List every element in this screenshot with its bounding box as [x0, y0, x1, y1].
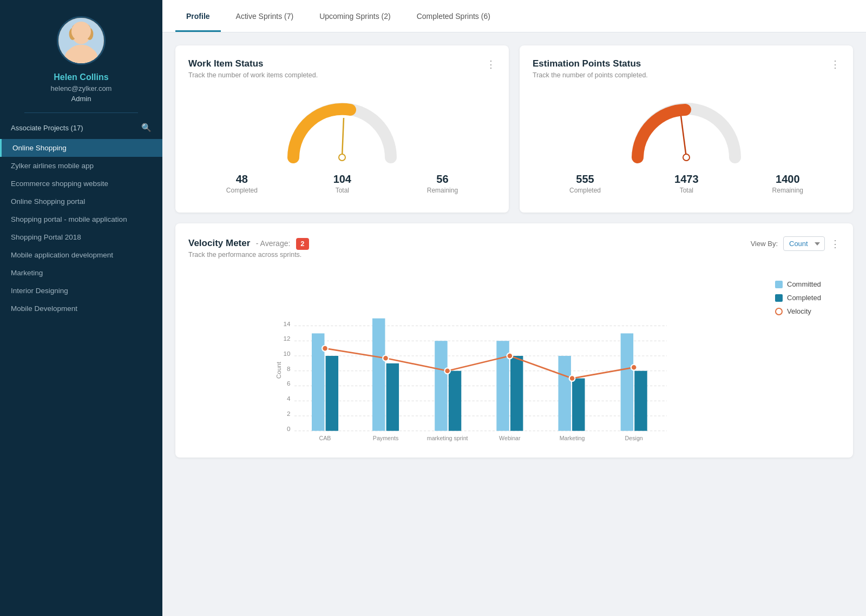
legend-color-1: [775, 294, 783, 302]
legend-label-2: Velocity: [787, 307, 811, 315]
svg-text:8: 8: [287, 365, 291, 372]
main-content: ProfileActive Sprints (7)Upcoming Sprint…: [162, 0, 866, 616]
sidebar-item-6[interactable]: Mobile application development: [0, 246, 162, 264]
tab-0[interactable]: Profile: [175, 0, 221, 32]
sidebar-item-5[interactable]: Shopping Portal 2018: [0, 228, 162, 246]
velocity-menu-icon[interactable]: ⋮: [830, 238, 840, 250]
sidebar-item-0[interactable]: Online Shopping: [0, 139, 162, 157]
velocity-dot-3: [444, 368, 450, 374]
work-item-gauge-svg: [283, 95, 402, 165]
chart-legend: CommittedCompletedVelocity: [775, 269, 840, 445]
legend-item-0: Committed: [775, 280, 840, 288]
project-nav-list: Online ShoppingZylker airlines mobile ap…: [0, 139, 162, 317]
svg-point-4: [69, 28, 76, 40]
sidebar-item-7[interactable]: Marketing: [0, 264, 162, 282]
svg-text:Webinar: Webinar: [499, 435, 521, 441]
bar-cab-completed: [326, 356, 338, 431]
work-item-gauge: 48 Completed 104 Total 56 Remaining: [188, 90, 496, 200]
estimation-title: Estimation Points Status: [533, 58, 840, 69]
estimation-menu-icon[interactable]: ⋮: [830, 58, 840, 70]
legend-label-1: Completed: [787, 294, 821, 302]
sidebar-item-4[interactable]: Shopping portal - mobile application: [0, 210, 162, 228]
tab-3[interactable]: Completed Sprints (6): [406, 0, 501, 32]
bar-mkt-committed: [435, 341, 447, 430]
svg-text:2: 2: [287, 410, 291, 417]
sidebar-item-8[interactable]: Interior Designing: [0, 282, 162, 300]
velocity-avg-label: - Average:: [256, 239, 291, 248]
estimation-gauge-svg: [627, 95, 746, 165]
estimation-total-stat: 1473 Total: [674, 173, 699, 194]
work-item-title: Work Item Status: [188, 58, 496, 69]
bar-marketing-completed: [572, 379, 585, 431]
sidebar-item-1[interactable]: Zylker airlines mobile app: [0, 157, 162, 175]
svg-text:CAB: CAB: [319, 435, 331, 441]
view-by-label: View By:: [751, 240, 778, 248]
search-icon[interactable]: 🔍: [141, 123, 152, 133]
svg-text:marketing sprint: marketing sprint: [427, 435, 468, 441]
work-item-total-stat: 104 Total: [333, 173, 351, 194]
svg-point-5: [86, 28, 93, 40]
estimation-points-card: ⋮ Estimation Points Status Track the num…: [520, 45, 853, 213]
sidebar-item-2[interactable]: Ecommerce shopping website: [0, 175, 162, 193]
bar-webinar-completed: [510, 356, 523, 431]
svg-text:Marketing: Marketing: [560, 435, 585, 441]
user-email: helenc@zylker.com: [51, 84, 112, 92]
svg-text:4: 4: [287, 395, 291, 402]
work-item-stats: 48 Completed 104 Total 56 Remaining: [188, 173, 496, 194]
estimation-gauge: 555 Completed 1473 Total 1400 Remaining: [533, 90, 840, 200]
svg-point-2: [72, 26, 90, 44]
user-name: Helen Collins: [54, 72, 108, 82]
estimation-subtitle: Track the number of points completed.: [533, 71, 840, 79]
status-row: ⋮ Work Item Status Track the number of w…: [175, 45, 853, 213]
avatar: [57, 16, 106, 65]
svg-point-10: [683, 154, 690, 161]
bar-mkt-completed: [449, 371, 461, 431]
svg-text:12: 12: [283, 335, 290, 342]
tab-bar: ProfileActive Sprints (7)Upcoming Sprint…: [162, 0, 866, 32]
user-role: Admin: [71, 95, 91, 103]
svg-point-0: [58, 18, 104, 63]
work-item-remaining-stat: 56 Remaining: [427, 173, 458, 194]
velocity-avg-value: 2: [296, 238, 309, 250]
svg-text:Payments: Payments: [373, 435, 398, 441]
velocity-dot-2: [383, 355, 389, 361]
velocity-title-block: Velocity Meter - Average: 2: [188, 238, 309, 250]
tab-2[interactable]: Upcoming Sprints (2): [309, 0, 402, 32]
bar-marketing-committed: [558, 356, 570, 431]
projects-title: Associate Projects (17): [11, 124, 83, 132]
work-item-subtitle: Track the number of work items completed…: [188, 71, 496, 79]
estimation-stats: 555 Completed 1473 Total 1400 Remaining: [533, 173, 840, 194]
view-by-select[interactable]: Count Points: [783, 236, 825, 251]
sidebar-item-3[interactable]: Online Shopping portal: [0, 193, 162, 210]
tab-1[interactable]: Active Sprints (7): [225, 0, 305, 32]
work-item-menu-icon[interactable]: ⋮: [486, 58, 496, 70]
legend-item-1: Completed: [775, 294, 840, 302]
estimation-completed-stat: 555 Completed: [569, 173, 601, 194]
legend-color-2: [775, 308, 783, 315]
sidebar-divider: [24, 112, 138, 113]
bar-design-committed: [621, 333, 633, 430]
svg-point-6: [70, 50, 92, 64]
avatar-svg: [58, 16, 104, 65]
projects-header: Associate Projects (17) 🔍: [0, 123, 162, 133]
sidebar-item-9[interactable]: Mobile Development: [0, 300, 162, 317]
svg-line-9: [681, 116, 686, 157]
legend-label-0: Committed: [787, 280, 821, 288]
svg-point-3: [72, 23, 90, 33]
chart-area: 0 2 4 6 8 10 12 14: [188, 269, 840, 445]
velocity-meter-card: Velocity Meter - Average: 2 View By: Cou…: [175, 223, 853, 458]
svg-text:10: 10: [283, 350, 291, 357]
velocity-chart-svg: 0 2 4 6 8 10 12 14: [188, 269, 764, 442]
svg-text:0: 0: [287, 425, 291, 432]
velocity-dot-4: [507, 353, 513, 359]
velocity-dot-5: [569, 375, 575, 381]
velocity-line: [325, 348, 634, 378]
bar-payments-completed: [386, 363, 399, 431]
estimation-remaining-stat: 1400 Remaining: [772, 173, 803, 194]
sidebar: Helen Collins helenc@zylker.com Admin As…: [0, 0, 162, 616]
velocity-subtitle: Track the performance across sprints.: [188, 251, 840, 259]
bar-design-completed: [634, 371, 647, 431]
content-area: ⋮ Work Item Status Track the number of w…: [162, 32, 866, 471]
svg-text:14: 14: [283, 320, 291, 327]
legend-color-0: [775, 281, 783, 288]
